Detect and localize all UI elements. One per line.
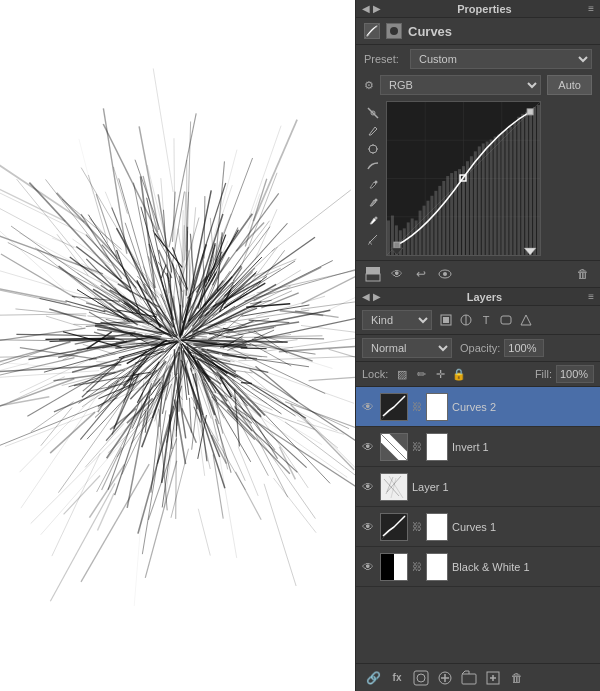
svg-rect-75 bbox=[501, 316, 511, 324]
svg-rect-45 bbox=[474, 151, 477, 255]
svg-rect-55 bbox=[513, 122, 516, 255]
collapse-icon[interactable]: ◀ ▶ bbox=[362, 3, 381, 14]
properties-title: Properties bbox=[457, 3, 511, 15]
layer-mask-thumbnail bbox=[426, 513, 448, 541]
lock-row: Lock: ▨ ✏ ✛ 🔒 Fill: bbox=[356, 362, 600, 387]
action-icons-left: 👁 ↩ bbox=[364, 265, 454, 283]
preset-label: Preset: bbox=[364, 53, 404, 65]
opacity-input[interactable] bbox=[504, 339, 544, 357]
layers-panel: ◀ ▶ Layers ≡ Kind Name Effect Mode Attri… bbox=[356, 288, 600, 691]
smart-filter-icon[interactable] bbox=[518, 312, 534, 328]
shape-filter-icon[interactable] bbox=[498, 312, 514, 328]
svg-rect-59 bbox=[529, 110, 532, 255]
svg-text:A: A bbox=[368, 240, 372, 245]
blend-mode-select[interactable]: Normal Dissolve Multiply Screen Overlay … bbox=[362, 338, 452, 358]
adjustment-filter-icon[interactable] bbox=[458, 312, 474, 328]
layers-menu-icon[interactable]: ≡ bbox=[588, 291, 594, 302]
eyedropper-white[interactable] bbox=[365, 213, 381, 229]
layer-mask-thumbnail bbox=[426, 393, 448, 421]
new-group-btn[interactable] bbox=[460, 669, 478, 687]
svg-point-6 bbox=[369, 145, 377, 153]
kind-select[interactable]: Kind Name Effect Mode Attribute Color bbox=[362, 310, 432, 330]
layer-item[interactable]: 👁 Layer 1 bbox=[356, 467, 600, 507]
reset-icon[interactable]: ↩ bbox=[412, 265, 430, 283]
lock-position-btn[interactable]: ✛ bbox=[432, 366, 448, 382]
canvas-area bbox=[0, 0, 355, 691]
type-filter-icon[interactable]: T bbox=[478, 312, 494, 328]
channel-select[interactable]: RGB Red Green Blue bbox=[380, 75, 541, 95]
eye-icon[interactable] bbox=[436, 265, 454, 283]
layer-visibility-toggle[interactable]: 👁 bbox=[360, 439, 376, 455]
svg-point-3 bbox=[390, 27, 398, 35]
svg-rect-64 bbox=[527, 109, 533, 115]
svg-rect-91 bbox=[414, 671, 428, 685]
layer-thumbnail bbox=[380, 553, 408, 581]
curves-header: Curves bbox=[356, 18, 600, 45]
link-layers-btn[interactable]: 🔗 bbox=[364, 669, 382, 687]
layers-collapse-icon[interactable]: ◀ ▶ bbox=[362, 291, 381, 302]
layer-visibility-toggle[interactable]: 👁 bbox=[360, 519, 376, 535]
svg-rect-68 bbox=[366, 267, 380, 274]
svg-point-11 bbox=[375, 181, 378, 184]
layer-visibility-toggle[interactable]: 👁 bbox=[360, 479, 376, 495]
svg-rect-35 bbox=[434, 191, 437, 255]
layer-mask-thumbnail bbox=[426, 553, 448, 581]
sample-tool[interactable] bbox=[365, 141, 381, 157]
svg-rect-63 bbox=[394, 242, 400, 248]
layer-item[interactable]: 👁 ⛓ Invert 1 bbox=[356, 427, 600, 467]
svg-rect-81 bbox=[381, 474, 407, 500]
layer-chain: ⛓ bbox=[412, 441, 422, 452]
svg-rect-44 bbox=[470, 156, 473, 255]
curve-section: A bbox=[356, 97, 600, 260]
layer-name: Invert 1 bbox=[452, 441, 596, 453]
svg-rect-56 bbox=[517, 117, 520, 255]
visibility-icon[interactable]: 👁 bbox=[388, 265, 406, 283]
lock-transparent-btn[interactable]: ▨ bbox=[394, 366, 410, 382]
layer-mask-thumbnail bbox=[426, 433, 448, 461]
svg-rect-50 bbox=[494, 137, 497, 255]
opacity-label: Opacity: bbox=[460, 342, 500, 354]
preset-select[interactable]: Custom Default Linear Contrast Medium Co… bbox=[410, 49, 592, 69]
add-mask-btn[interactable] bbox=[412, 669, 430, 687]
properties-menu-icon[interactable]: ≡ bbox=[588, 3, 594, 14]
layer-visibility-toggle[interactable]: 👁 bbox=[360, 559, 376, 575]
curves-adjustment-icon bbox=[364, 23, 380, 39]
auto-button[interactable]: Auto bbox=[547, 75, 592, 95]
svg-marker-76 bbox=[521, 315, 531, 325]
clip-below-icon[interactable] bbox=[364, 265, 382, 283]
layer-visibility-toggle[interactable]: 👁 bbox=[360, 399, 376, 415]
lock-image-btn[interactable]: ✏ bbox=[413, 366, 429, 382]
lock-all-btn[interactable]: 🔒 bbox=[451, 366, 467, 382]
add-adjustment-btn[interactable] bbox=[436, 669, 454, 687]
smooth-tool[interactable] bbox=[365, 159, 381, 175]
curves-graph[interactable] bbox=[386, 101, 592, 256]
layer-name: Curves 2 bbox=[452, 401, 596, 413]
new-layer-btn[interactable] bbox=[484, 669, 502, 687]
eyedropper-black[interactable] bbox=[365, 177, 381, 193]
lock-icons: ▨ ✏ ✛ 🔒 bbox=[394, 366, 467, 382]
pixel-filter-icon[interactable] bbox=[438, 312, 454, 328]
layers-list: 👁 ⛓ Curves 2 👁 ⛓ Invert 1 👁 bbox=[356, 387, 600, 663]
layer-name: Black & White 1 bbox=[452, 561, 596, 573]
svg-rect-36 bbox=[438, 186, 441, 255]
curves-display[interactable] bbox=[386, 101, 541, 256]
delete-adjustment-icon[interactable]: 🗑 bbox=[574, 265, 592, 283]
svg-rect-37 bbox=[442, 181, 445, 255]
pencil-tool[interactable] bbox=[365, 123, 381, 139]
fill-input[interactable] bbox=[556, 365, 594, 383]
add-fx-btn[interactable]: fx bbox=[388, 669, 406, 687]
layers-topbar: ◀ ▶ Layers ≡ bbox=[356, 288, 600, 306]
layer-item[interactable]: 👁 ⛓ Curves 1 bbox=[356, 507, 600, 547]
layer-thumbnail bbox=[380, 513, 408, 541]
svg-rect-40 bbox=[454, 171, 457, 255]
point-tool[interactable] bbox=[365, 105, 381, 121]
svg-rect-67 bbox=[366, 274, 380, 281]
layer-item[interactable]: 👁 ⛓ Curves 2 bbox=[356, 387, 600, 427]
target-tool[interactable]: A bbox=[365, 231, 381, 247]
curves-title: Curves bbox=[408, 24, 452, 39]
layer-chain: ⛓ bbox=[412, 561, 422, 572]
channel-icon: ⚙ bbox=[364, 79, 374, 92]
layer-item[interactable]: 👁 ⛓ Black & White 1 bbox=[356, 547, 600, 587]
delete-layer-btn[interactable]: 🗑 bbox=[508, 669, 526, 687]
eyedropper-gray[interactable] bbox=[365, 195, 381, 211]
